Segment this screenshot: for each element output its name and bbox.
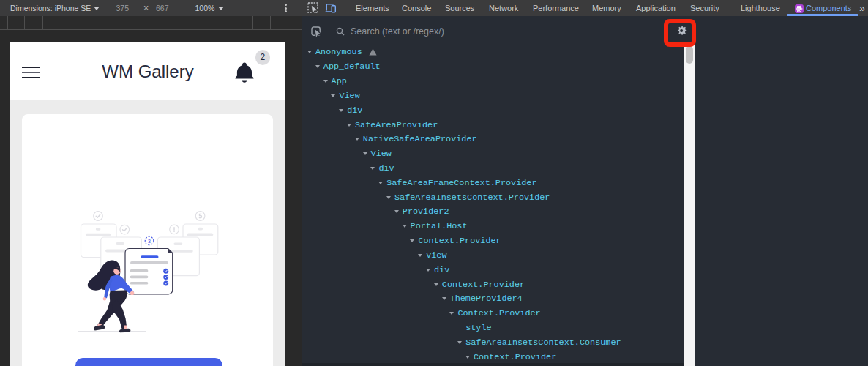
svg-text:3: 3: [148, 239, 151, 244]
